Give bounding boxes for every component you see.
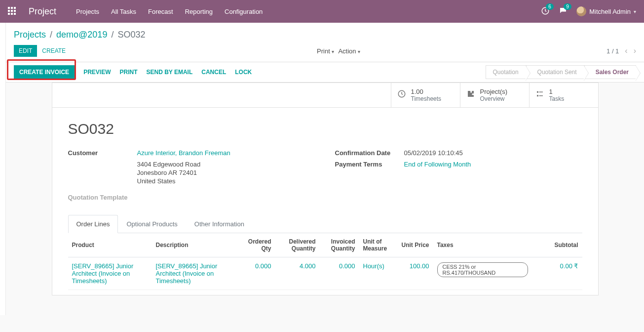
discuss-badge: 9 bbox=[564, 3, 571, 10]
cell-delivered: 4.000 bbox=[300, 262, 316, 270]
cell-invoiced: 0.000 bbox=[339, 262, 355, 270]
page-title: SO032 bbox=[68, 121, 582, 137]
create-invoice-button[interactable]: Create Invoice bbox=[14, 65, 75, 79]
tasks-icon bbox=[535, 89, 544, 101]
form-sheet: 1.00Timesheets Project(s)Overview 1Tasks… bbox=[52, 83, 599, 295]
th-invoiced-qty[interactable]: Invoiced Quantity bbox=[320, 233, 359, 257]
stat-tasks[interactable]: 1Tasks bbox=[529, 83, 598, 107]
quotation-template-label: Quotation Template bbox=[68, 194, 315, 201]
nav-projects[interactable]: Projects bbox=[76, 8, 99, 15]
th-description[interactable]: Description bbox=[152, 233, 241, 257]
breadcrumb-projects[interactable]: Projects bbox=[14, 30, 46, 40]
discuss-icon[interactable]: 9 bbox=[559, 6, 568, 17]
svg-rect-2 bbox=[537, 91, 538, 93]
edit-button[interactable]: Edit bbox=[14, 45, 37, 57]
status-sales-order[interactable]: Sales Order bbox=[584, 65, 636, 79]
th-delivered-qty[interactable]: Delivered Quantity bbox=[275, 233, 320, 257]
address-line3: United States bbox=[137, 177, 315, 185]
tab-optional-products[interactable]: Optional Products bbox=[118, 215, 186, 233]
print-button[interactable]: Print bbox=[119, 69, 137, 76]
pager: 1 / 1 ‹ › bbox=[606, 46, 636, 55]
th-product[interactable]: Product bbox=[68, 233, 152, 257]
order-lines-table: Product Description Ordered Qty Delivere… bbox=[68, 233, 582, 290]
svg-rect-4 bbox=[537, 95, 538, 96]
apps-icon[interactable] bbox=[8, 7, 17, 16]
pager-next[interactable]: › bbox=[634, 46, 636, 55]
pager-prev[interactable]: ‹ bbox=[625, 46, 627, 55]
topbar: Project Projects All Tasks Forecast Repo… bbox=[0, 0, 644, 23]
nav-forecast[interactable]: Forecast bbox=[148, 8, 173, 15]
create-button[interactable]: Create bbox=[37, 45, 71, 57]
table-row[interactable]: [SERV_89665] Junior Architect (Invoice o… bbox=[68, 257, 582, 290]
breadcrumb-current: SO032 bbox=[117, 30, 145, 40]
left-gutter bbox=[0, 23, 6, 315]
tabs: Order Lines Optional Products Other Info… bbox=[68, 215, 582, 233]
nav-reporting[interactable]: Reporting bbox=[185, 8, 213, 15]
th-subtotal[interactable]: Subtotal bbox=[532, 233, 582, 257]
confirmation-date-value: 05/02/2019 10:10:45 bbox=[404, 149, 463, 157]
print-dropdown[interactable]: Print ▾ bbox=[317, 47, 334, 55]
chevron-down-icon: ▾ bbox=[634, 9, 636, 14]
breadcrumb-demo2019[interactable]: demo@2019 bbox=[56, 30, 107, 40]
cell-description[interactable]: [SERV_89665] Junior Architect (Invoice o… bbox=[156, 262, 218, 285]
user-menu[interactable]: Mitchell Admin ▾ bbox=[576, 6, 636, 16]
activity-icon[interactable]: 6 bbox=[541, 6, 550, 17]
user-name: Mitchell Admin bbox=[589, 8, 631, 15]
customer-label: Customer bbox=[68, 149, 137, 157]
confirmation-date-label: Confirmation Date bbox=[335, 149, 404, 157]
app-brand: Project bbox=[29, 6, 56, 17]
cell-price: 100.00 bbox=[410, 262, 429, 270]
puzzle-icon bbox=[466, 89, 475, 101]
th-taxes[interactable]: Taxes bbox=[433, 233, 532, 257]
tab-order-lines[interactable]: Order Lines bbox=[68, 215, 118, 233]
payment-terms-label: Payment Terms bbox=[335, 161, 404, 168]
clock-icon bbox=[397, 89, 406, 101]
address-line2: Jonesboro AR 72401 bbox=[137, 169, 315, 176]
nav-all-tasks[interactable]: All Tasks bbox=[111, 8, 136, 15]
payment-terms-value[interactable]: End of Following Month bbox=[404, 161, 471, 168]
preview-button[interactable]: Preview bbox=[83, 69, 111, 76]
th-uom[interactable]: Unit of Measure bbox=[359, 233, 394, 257]
control-panel: Projects / demo@2019 / SO032 Edit Create… bbox=[6, 23, 644, 62]
cell-ordered: 0.000 bbox=[255, 262, 271, 270]
cancel-button[interactable]: Cancel bbox=[201, 69, 226, 76]
send-email-button[interactable]: Send by Email bbox=[146, 69, 192, 76]
activity-badge: 6 bbox=[546, 3, 554, 10]
cell-uom: Hour(s) bbox=[363, 262, 384, 270]
tax-pill[interactable]: CESS 21% or RS.4170/THOUSAND bbox=[437, 262, 528, 277]
svg-rect-3 bbox=[539, 92, 543, 93]
action-dropdown[interactable]: Action ▾ bbox=[338, 47, 360, 55]
status-quotation[interactable]: Quotation bbox=[486, 65, 526, 79]
tab-other-information[interactable]: Other Information bbox=[186, 215, 253, 233]
address-line1: 3404 Edgewood Road bbox=[137, 161, 315, 168]
svg-rect-5 bbox=[539, 95, 543, 96]
cell-subtotal: 0.00 ₹ bbox=[560, 262, 578, 270]
statusbar: Create Invoice Preview Print Send by Ema… bbox=[6, 62, 644, 83]
main-nav: Projects All Tasks Forecast Reporting Co… bbox=[76, 8, 541, 15]
stat-projects[interactable]: Project(s)Overview bbox=[460, 83, 529, 107]
pager-count: 1 / 1 bbox=[606, 47, 619, 55]
lock-button[interactable]: Lock bbox=[235, 69, 252, 76]
th-ordered-qty[interactable]: Ordered Qty bbox=[241, 233, 275, 257]
cell-product[interactable]: [SERV_89665] Junior Architect (Invoice o… bbox=[72, 262, 134, 285]
th-unit-price[interactable]: Unit Price bbox=[394, 233, 433, 257]
nav-configuration[interactable]: Configuration bbox=[225, 8, 263, 15]
breadcrumb: Projects / demo@2019 / SO032 bbox=[14, 30, 636, 40]
avatar bbox=[576, 6, 586, 16]
stat-timesheets[interactable]: 1.00Timesheets bbox=[391, 83, 460, 107]
customer-value[interactable]: Azure Interior, Brandon Freeman bbox=[137, 149, 230, 157]
status-quotation-sent[interactable]: Quotation Sent bbox=[526, 65, 584, 79]
